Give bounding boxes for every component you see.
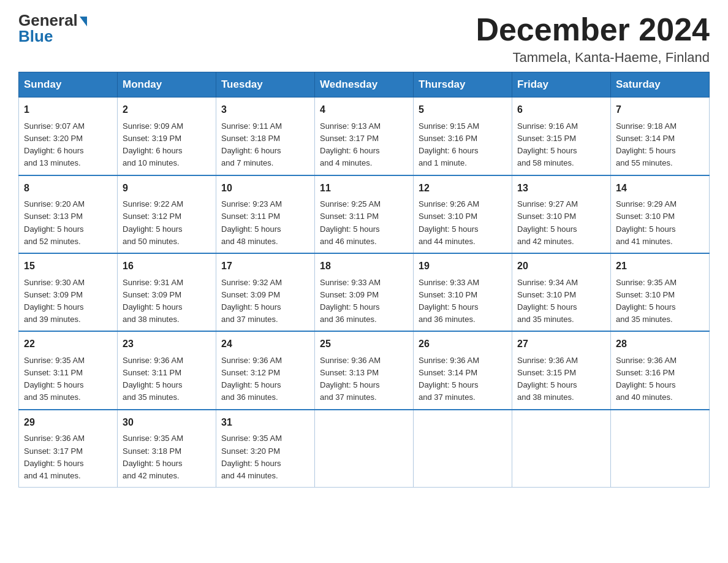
day-number: 5: [419, 102, 507, 118]
sunrise: Sunrise: 9:22 AM: [123, 199, 183, 209]
daylight: Daylight: 5 hours: [24, 459, 84, 468]
daylight2: and 48 minutes.: [221, 237, 278, 246]
day-header-sunday: Sunday: [19, 72, 118, 98]
calendar-cell: 8Sunrise: 9:20 AMSunset: 3:13 PMDaylight…: [19, 175, 118, 253]
calendar-cell: 4Sunrise: 9:13 AMSunset: 3:17 PMDaylight…: [315, 98, 414, 175]
daylight2: and 40 minutes.: [616, 393, 673, 402]
daylight2: and 13 minutes.: [24, 158, 81, 167]
calendar-cell: 9Sunrise: 9:22 AMSunset: 3:12 PMDaylight…: [118, 175, 216, 253]
sunset: Sunset: 3:20 PM: [221, 446, 280, 456]
calendar-week-3: 15Sunrise: 9:30 AMSunset: 3:09 PMDayligh…: [19, 253, 710, 331]
daylight: Daylight: 6 hours: [320, 146, 380, 155]
header-row: SundayMondayTuesdayWednesdayThursdayFrid…: [19, 72, 710, 98]
daylight2: and 55 minutes.: [616, 158, 673, 167]
day-number: 20: [517, 259, 605, 274]
sunset: Sunset: 3:16 PM: [616, 368, 675, 377]
calendar-cell: 30Sunrise: 9:35 AMSunset: 3:18 PMDayligh…: [118, 410, 216, 488]
daylight: Daylight: 5 hours: [419, 302, 479, 312]
day-number: 7: [616, 102, 704, 118]
calendar-cell: [611, 410, 710, 488]
calendar-cell: 17Sunrise: 9:32 AMSunset: 3:09 PMDayligh…: [216, 253, 315, 331]
daylight: Daylight: 5 hours: [419, 224, 479, 234]
calendar-cell: 18Sunrise: 9:33 AMSunset: 3:09 PMDayligh…: [315, 253, 414, 331]
daylight2: and 46 minutes.: [320, 237, 377, 246]
calendar-cell: 3Sunrise: 9:11 AMSunset: 3:18 PMDaylight…: [216, 98, 315, 175]
daylight: Daylight: 5 hours: [517, 380, 577, 389]
sunrise: Sunrise: 9:13 AM: [320, 121, 381, 131]
day-number: 13: [517, 181, 605, 196]
sunrise: Sunrise: 9:35 AM: [221, 434, 282, 443]
sunset: Sunset: 3:09 PM: [320, 290, 379, 299]
sunset: Sunset: 3:13 PM: [320, 368, 379, 377]
daylight2: and 36 minutes.: [221, 393, 278, 402]
day-number: 19: [419, 259, 507, 274]
day-number: 26: [419, 337, 507, 352]
sunrise: Sunrise: 9:36 AM: [419, 356, 479, 365]
day-number: 18: [320, 259, 408, 274]
sunrise: Sunrise: 9:36 AM: [24, 434, 85, 443]
day-header-saturday: Saturday: [611, 72, 710, 98]
daylight: Daylight: 5 hours: [419, 380, 479, 389]
daylight2: and 4 minutes.: [320, 158, 372, 167]
sunset: Sunset: 3:15 PM: [517, 134, 576, 143]
day-number: 4: [320, 102, 408, 118]
location-title: Tammela, Kanta-Haeme, Finland: [476, 50, 710, 66]
calendar-week-4: 22Sunrise: 9:35 AMSunset: 3:11 PMDayligh…: [19, 331, 710, 409]
daylight: Daylight: 5 hours: [123, 459, 183, 468]
day-number: 6: [517, 102, 605, 118]
sunrise: Sunrise: 9:07 AM: [24, 121, 85, 131]
daylight2: and 37 minutes.: [221, 315, 278, 324]
day-number: 11: [320, 181, 408, 196]
day-number: 28: [616, 337, 704, 352]
calendar-cell: [512, 410, 611, 488]
day-number: 23: [123, 337, 211, 352]
daylight: Daylight: 5 hours: [616, 146, 676, 155]
calendar-cell: 22Sunrise: 9:35 AMSunset: 3:11 PMDayligh…: [19, 331, 118, 409]
sunrise: Sunrise: 9:36 AM: [221, 356, 282, 365]
sunset: Sunset: 3:17 PM: [320, 134, 379, 143]
daylight: Daylight: 5 hours: [123, 302, 183, 312]
calendar-cell: 11Sunrise: 9:25 AMSunset: 3:11 PMDayligh…: [315, 175, 414, 253]
logo-blue-text: Blue: [18, 28, 53, 44]
daylight: Daylight: 6 hours: [419, 146, 479, 155]
calendar-header: SundayMondayTuesdayWednesdayThursdayFrid…: [19, 72, 710, 98]
sunrise: Sunrise: 9:33 AM: [320, 278, 381, 287]
day-number: 24: [221, 337, 309, 352]
day-number: 3: [221, 102, 309, 118]
sunset: Sunset: 3:19 PM: [123, 134, 181, 143]
sunset: Sunset: 3:12 PM: [221, 368, 280, 377]
daylight2: and 35 minutes.: [24, 393, 81, 402]
sunrise: Sunrise: 9:18 AM: [616, 121, 677, 131]
daylight: Daylight: 5 hours: [320, 224, 380, 234]
daylight: Daylight: 5 hours: [517, 146, 577, 155]
daylight: Daylight: 5 hours: [616, 224, 676, 234]
sunset: Sunset: 3:11 PM: [320, 212, 379, 221]
daylight2: and 42 minutes.: [517, 237, 574, 246]
daylight2: and 41 minutes.: [616, 237, 673, 246]
daylight2: and 50 minutes.: [123, 237, 180, 246]
sunset: Sunset: 3:17 PM: [24, 446, 83, 456]
sunset: Sunset: 3:10 PM: [517, 290, 576, 299]
sunrise: Sunrise: 9:34 AM: [517, 278, 578, 287]
day-number: 25: [320, 337, 408, 352]
sunrise: Sunrise: 9:26 AM: [419, 199, 479, 209]
daylight2: and 36 minutes.: [320, 315, 377, 324]
calendar-cell: 21Sunrise: 9:35 AMSunset: 3:10 PMDayligh…: [611, 253, 710, 331]
calendar-cell: [315, 410, 414, 488]
daylight2: and 36 minutes.: [419, 315, 476, 324]
day-header-thursday: Thursday: [414, 72, 512, 98]
sunrise: Sunrise: 9:36 AM: [123, 356, 183, 365]
sunset: Sunset: 3:13 PM: [24, 212, 83, 221]
calendar-body: 1Sunrise: 9:07 AMSunset: 3:20 PMDaylight…: [19, 98, 710, 488]
calendar-table: SundayMondayTuesdayWednesdayThursdayFrid…: [18, 72, 710, 488]
day-number: 21: [616, 259, 704, 274]
day-number: 14: [616, 181, 704, 196]
page-header: General Blue December 2024 Tammela, Kant…: [18, 12, 710, 66]
daylight: Daylight: 6 hours: [24, 146, 84, 155]
daylight2: and 44 minutes.: [419, 237, 476, 246]
sunset: Sunset: 3:16 PM: [419, 134, 477, 143]
calendar-cell: 24Sunrise: 9:36 AMSunset: 3:12 PMDayligh…: [216, 331, 315, 409]
sunrise: Sunrise: 9:20 AM: [24, 199, 85, 209]
day-header-wednesday: Wednesday: [315, 72, 414, 98]
calendar-cell: 10Sunrise: 9:23 AMSunset: 3:11 PMDayligh…: [216, 175, 315, 253]
